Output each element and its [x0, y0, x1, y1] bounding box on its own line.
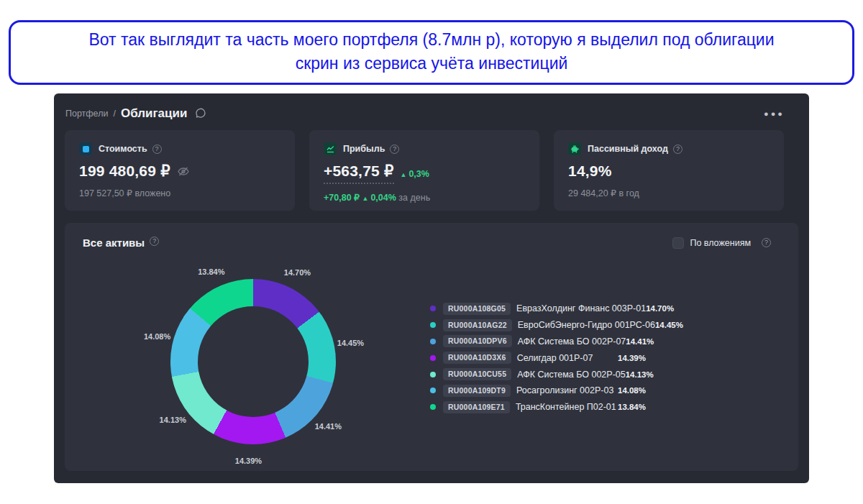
stats-row: Стоимость ? 199 480,69 ₽ 197 527,50 ₽ вл… — [54, 122, 809, 211]
assets-card: Все активы ? По вложениям ? 14.70%14.45%… — [65, 223, 798, 471]
breadcrumb-separator: / — [113, 109, 115, 119]
assets-title-wrap: Все активы ? — [83, 237, 159, 249]
chart-legend: RU000A108G05ЕвразХолдинг Финанс 003Р-011… — [430, 301, 646, 416]
portfolio-panel: Портфели / Облигации ●●● Стоимость ? 199… — [54, 93, 809, 483]
asset-name: ЕвразХолдинг Финанс 003Р-01 — [516, 303, 646, 313]
passive-income-label: Пассивный доход — [588, 144, 668, 154]
chart-percent-label: 14.08% — [144, 332, 170, 341]
help-icon[interactable]: ? — [762, 238, 771, 247]
comment-icon[interactable] — [195, 108, 206, 119]
value-card: Стоимость ? 199 480,69 ₽ 197 527,50 ₽ вл… — [65, 130, 295, 211]
chart-percent-label: 14.13% — [160, 416, 186, 424]
ticker-badge: RU000A109DT9 — [443, 385, 511, 397]
chart-percent-label: 14.39% — [235, 457, 262, 465]
asset-percent: 14.45% — [655, 321, 683, 329]
chart-percent-label: 14.70% — [284, 268, 311, 277]
assets-title: Все активы — [83, 237, 145, 249]
asset-percent: 14.39% — [618, 354, 646, 362]
breadcrumb-portfolios-link[interactable]: Портфели — [65, 109, 108, 119]
arrow-up-icon: ▲ — [401, 171, 407, 178]
help-icon[interactable]: ? — [673, 145, 682, 154]
portfolio-value: 199 480,69 ₽ — [79, 162, 170, 180]
asset-percent: 14.41% — [626, 337, 654, 346]
legend-color-dot — [430, 372, 436, 377]
help-icon[interactable]: ? — [150, 237, 159, 246]
asset-percent: 14.13% — [626, 370, 654, 379]
profit-card: Прибыль ? +563,75 ₽ ▲0,3% +70,80 ₽ ▲0,04… — [309, 130, 539, 211]
donut-hole — [198, 306, 309, 417]
asset-percent: 14.08% — [618, 386, 646, 395]
ticker-badge: RU000A10CU55 — [443, 368, 511, 380]
caption-line1: Вот так выглядит та часть моего портфеля… — [18, 28, 845, 52]
by-investment-checkbox[interactable] — [672, 237, 684, 249]
legend-color-dot — [430, 404, 436, 410]
profit-day-amount: +70,80 ₽ — [324, 193, 360, 203]
legend-row[interactable]: RU000A10CU55АФК Система БО 002Р-0514.13% — [430, 366, 646, 382]
legend-row[interactable]: RU000A10D3X6Селигдар 001Р-0714.39% — [430, 349, 646, 366]
chart-percent-label: 13.84% — [198, 267, 224, 276]
legend-color-dot — [430, 355, 436, 361]
asset-name: Селигдар 001Р-07 — [517, 353, 593, 363]
passive-income-yearly: 29 484,20 ₽ в год — [568, 188, 770, 198]
profit-day-suffix: за день — [398, 193, 430, 203]
legend-row[interactable]: RU000A10DPV6АФК Система БО 002Р-0714.41% — [430, 334, 646, 350]
chart-percent-label: 14.41% — [315, 422, 342, 431]
asset-name: ТрансКонтейнер П02-01 — [516, 402, 616, 412]
asset-name: АФК Система БО 002Р-05 — [517, 370, 626, 380]
profit-value[interactable]: +563,75 ₽ — [324, 162, 394, 184]
profit-day-pct: 0,04% — [370, 193, 396, 203]
more-menu-button[interactable]: ●●● — [761, 106, 787, 121]
asset-name: ЕвроСибЭнерго-Гидро 001РС-06 — [518, 320, 655, 330]
chart-percent-label: 14.45% — [337, 339, 364, 347]
ticker-badge: RU000A108G05 — [443, 303, 511, 315]
value-card-label: Стоимость — [99, 144, 147, 154]
breadcrumb: Портфели / Облигации — [65, 106, 206, 121]
ticker-badge: RU000A109E71 — [443, 401, 510, 413]
value-icon — [79, 142, 92, 155]
passive-income-card: Пассивный доход ? 14,9% 29 484,20 ₽ в го… — [554, 130, 784, 211]
piggy-bank-icon — [568, 142, 581, 155]
legend-color-dot — [430, 339, 436, 344]
legend-row[interactable]: RU000A108G05ЕвразХолдинг Финанс 003Р-011… — [430, 301, 646, 317]
profit-total-delta-pct: 0,3% — [408, 169, 429, 179]
help-icon[interactable]: ? — [390, 145, 399, 154]
legend-row[interactable]: RU000A10AG22ЕвроСибЭнерго-Гидро 001РС-06… — [430, 317, 646, 334]
ticker-badge: RU000A10AG22 — [443, 319, 512, 331]
legend-color-dot — [430, 388, 436, 393]
by-investment-toggle: По вложениям ? — [672, 237, 771, 249]
asset-percent: 13.84% — [618, 403, 646, 411]
asset-percent: 14.70% — [646, 304, 674, 313]
help-icon[interactable]: ? — [152, 145, 162, 154]
donut-chart: 14.70%14.45%14.41%14.39%14.13%14.08%13.8… — [170, 279, 336, 444]
ticker-badge: RU000A10D3X6 — [443, 352, 511, 364]
caption-line2: скрин из сервиса учёта инвестиций — [18, 52, 845, 75]
legend-row[interactable]: RU000A109E71ТрансКонтейнер П02-0113.84% — [430, 399, 646, 416]
asset-name: АФК Система БО 002Р-07 — [518, 336, 626, 347]
by-investment-label: По вложениям — [690, 238, 751, 248]
profit-total-delta: ▲0,3% — [401, 167, 429, 180]
ticker-badge: RU000A10DPV6 — [443, 335, 512, 347]
hide-value-icon[interactable] — [177, 166, 190, 177]
passive-income-value: 14,9% — [568, 162, 612, 180]
profit-card-label: Прибыль — [343, 144, 385, 154]
legend-row[interactable]: RU000A109DT9Росагролизинг 002Р-0314.08% — [430, 382, 646, 399]
page-title: Облигации — [121, 106, 187, 121]
invested-amount: 197 527,50 ₽ вложено — [79, 188, 280, 198]
legend-color-dot — [430, 306, 436, 311]
profit-icon — [324, 142, 337, 155]
arrow-up-icon: ▲ — [362, 195, 369, 202]
legend-color-dot — [430, 322, 436, 328]
profit-day-row: +70,80 ₽ ▲0,04% за день — [324, 192, 525, 203]
panel-header: Портфели / Облигации ●●● — [54, 93, 809, 122]
caption-banner: Вот так выглядит та часть моего портфеля… — [9, 20, 854, 85]
asset-name: Росагролизинг 002Р-03 — [516, 385, 613, 395]
